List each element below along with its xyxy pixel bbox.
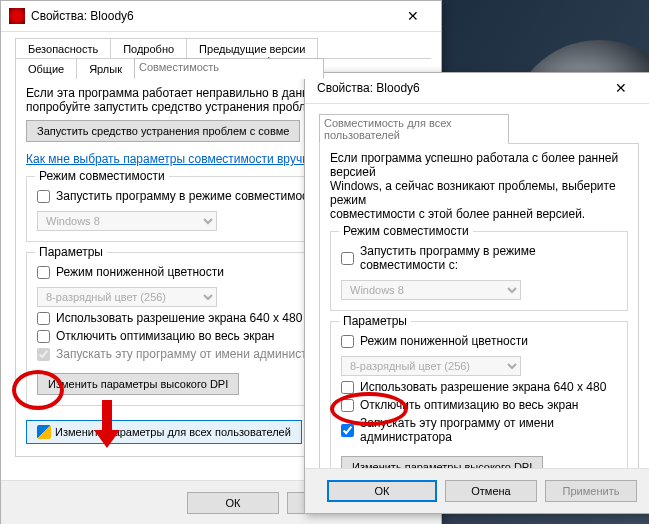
chk2-disable-fullscreen-opt-label: Отключить оптимизацию во весь экран xyxy=(360,398,579,412)
group-label-params: Параметры xyxy=(35,245,107,259)
intro2-line2: Windows, а сейчас возникают проблемы, вы… xyxy=(330,179,628,207)
chk2-run-as-admin-input[interactable] xyxy=(341,424,354,437)
chk2-run-as-admin-label: Запускать эту программу от имени админис… xyxy=(360,416,617,444)
chk-reduced-color-input[interactable] xyxy=(37,266,50,279)
chk-reduced-color-label: Режим пониженной цветности xyxy=(56,265,224,279)
chk2-reduced-color-input[interactable] xyxy=(341,335,354,348)
group2-label-params: Параметры xyxy=(339,314,411,328)
chk2-disable-fullscreen-opt[interactable]: Отключить оптимизацию во весь экран xyxy=(341,398,617,412)
chk-run-as-admin-input[interactable] xyxy=(37,348,50,361)
change-all-users-button[interactable]: Изменить параметры для всех пользователе… xyxy=(26,420,302,444)
group2-compatibility-mode: Режим совместимости Запустить программу … xyxy=(330,231,628,311)
chk2-reduced-color[interactable]: Режим пониженной цветности xyxy=(341,334,617,348)
ok-button-2[interactable]: ОК xyxy=(327,480,437,502)
dialog-footer-2: ОК Отмена Применить xyxy=(305,468,649,513)
help-link[interactable]: Как мне выбрать параметры совместимости … xyxy=(26,152,309,166)
desktop-background: Свойства: Bloody6 ✕ Безопасность Подробн… xyxy=(0,0,649,524)
run-troubleshooter-button[interactable]: Запустить средство устранения проблем с … xyxy=(26,120,300,142)
tab-compat-all-users[interactable]: Совместимость для всех пользователей xyxy=(319,114,509,144)
chk-disable-fullscreen-opt-input[interactable] xyxy=(37,330,50,343)
chk2-640x480[interactable]: Использовать разрешение экрана 640 x 480 xyxy=(341,380,617,394)
chk2-compat-mode-input[interactable] xyxy=(341,252,354,265)
close-button-2[interactable]: ✕ xyxy=(601,77,641,99)
chk-run-as-admin-label: Запускать эту программу от имени админис… xyxy=(56,347,325,361)
tab-content-2: Если программа успешно работала с более … xyxy=(319,143,639,502)
select-compat-os[interactable]: Windows 8 xyxy=(37,211,217,231)
tab-bar-2: Совместимость для всех пользователей xyxy=(319,110,639,144)
cancel-button-2[interactable]: Отмена xyxy=(445,480,537,502)
chk-disable-fullscreen-opt-label: Отключить оптимизацию во весь экран xyxy=(56,329,275,343)
chk2-compat-mode-label: Запустить программу в режиме совместимос… xyxy=(360,244,617,272)
group2-label-compat: Режим совместимости xyxy=(339,224,473,238)
close-button[interactable]: ✕ xyxy=(393,5,433,27)
chk2-compat-mode[interactable]: Запустить программу в режиме совместимос… xyxy=(341,244,617,272)
apply-button-2[interactable]: Применить xyxy=(545,480,637,502)
chk2-run-as-admin[interactable]: Запускать эту программу от имени админис… xyxy=(341,416,617,444)
chk2-640x480-label: Использовать разрешение экрана 640 x 480 xyxy=(360,380,606,394)
select-color-depth[interactable]: 8-разрядный цвет (256) xyxy=(37,287,217,307)
tab-compatibility[interactable]: Совместимость xyxy=(134,58,324,79)
group-label-compat: Режим совместимости xyxy=(35,169,169,183)
chk-compat-mode-label: Запустить программу в режиме совместимос… xyxy=(56,189,333,203)
change-dpi-button[interactable]: Изменить параметры высокого DPI xyxy=(37,373,239,395)
select2-compat-os[interactable]: Windows 8 xyxy=(341,280,521,300)
group2-parameters: Параметры Режим пониженной цветности 8-р… xyxy=(330,321,628,489)
change-all-users-label: Изменить параметры для всех пользователе… xyxy=(55,426,291,438)
intro2-line1: Если программа успешно работала с более … xyxy=(330,151,628,179)
tab-bar-row1: Безопасность Подробно Предыдущие версии xyxy=(15,38,431,59)
tab-shortcut[interactable]: Ярлык xyxy=(76,58,135,79)
select2-color-depth[interactable]: 8-разрядный цвет (256) xyxy=(341,356,521,376)
chk-640x480-input[interactable] xyxy=(37,312,50,325)
tab-security[interactable]: Безопасность xyxy=(15,38,111,59)
window-title: Свойства: Bloody6 xyxy=(31,9,393,23)
chk-640x480-label: Использовать разрешение экрана 640 x 480 xyxy=(56,311,302,325)
tab-previous-versions[interactable]: Предыдущие версии xyxy=(186,38,318,59)
tab-details[interactable]: Подробно xyxy=(110,38,187,59)
titlebar-1[interactable]: Свойства: Bloody6 ✕ xyxy=(1,1,441,32)
chk2-640x480-input[interactable] xyxy=(341,381,354,394)
window-title-2: Свойства: Bloody6 xyxy=(313,81,601,95)
intro2-line3: совместимости с этой более ранней версие… xyxy=(330,207,628,221)
chk2-disable-fullscreen-opt-input[interactable] xyxy=(341,399,354,412)
chk2-reduced-color-label: Режим пониженной цветности xyxy=(360,334,528,348)
app-icon xyxy=(9,8,25,24)
properties-window-2: Свойства: Bloody6 ✕ Совместимость для вс… xyxy=(304,72,649,514)
chk-compat-mode-input[interactable] xyxy=(37,190,50,203)
uac-shield-icon xyxy=(37,425,51,439)
titlebar-2[interactable]: Свойства: Bloody6 ✕ xyxy=(305,73,649,104)
ok-button[interactable]: ОК xyxy=(187,492,279,514)
tab-general[interactable]: Общие xyxy=(15,58,77,79)
